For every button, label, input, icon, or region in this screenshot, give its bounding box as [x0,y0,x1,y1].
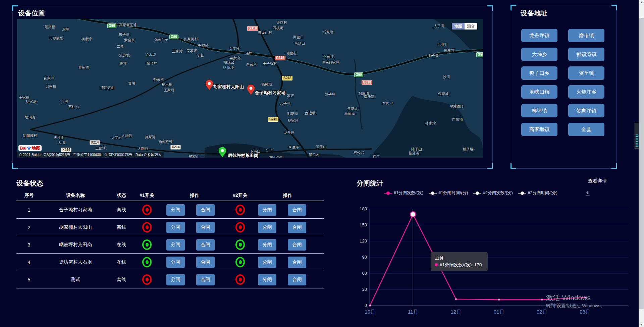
open-button[interactable]: 分闸 [166,239,185,251]
legend-item[interactable]: #2分闸时间/(分) [518,190,557,196]
map-place-label: 天鹅抱蛋 [49,36,63,41]
close-button[interactable]: 合闸 [196,222,215,233]
address-button[interactable]: 鸭子口乡 [521,66,557,80]
map-place-label: 石柱沟 [68,105,79,109]
map-place-label: 南山公园 [269,155,283,158]
close-button[interactable]: 合闸 [288,204,306,216]
map-place-label: 栋木岭 [224,60,235,65]
open-button[interactable]: 分闸 [258,239,276,251]
table-row: 5测试离线分闸合闸分闸合闸 [16,271,324,288]
device-address-panel: 设备地址 龙舟坪镇磨市镇大堰乡都镇湾镇鸭子口乡资丘镇渔峡口镇火烧坪乡榔坪镇贺家坪… [511,5,617,169]
address-button[interactable]: 贺家坪镇 [568,104,604,117]
map-type-map[interactable]: 地图 [452,23,465,30]
windows-activation-watermark: 激活 Windows [546,293,591,303]
open-button[interactable]: 分闸 [166,274,185,285]
tooltip-month: 11月 [435,255,484,262]
legend-item[interactable]: #1分闸时间/(分) [429,190,468,196]
address-button[interactable]: 榔坪镇 [521,104,557,117]
map-place-label: 杨木桥 [162,83,172,87]
map-place-label: 火烧包 [121,133,132,138]
device-location-panel: 设备位置 笔架槽洞坪高家堰互通梅子溪紫金寨天鹅抱蛋胡家湾二墩张家台子彭家河村千家… [12,6,493,169]
close-button[interactable]: 合闸 [288,257,306,268]
scrollbar[interactable]: ▲ ▼ [639,0,644,327]
map-pin-green[interactable] [218,147,226,158]
address-button[interactable]: 高家堰镇 [521,123,557,136]
road-shield: S242 [282,76,292,80]
map-place-label: 官庄 [373,155,380,158]
map-place-label: 坨坨岩 [323,30,334,35]
open-button[interactable]: 分闸 [258,274,276,285]
address-button[interactable]: 龙舟坪镇 [521,29,557,42]
view-details-link[interactable]: 查看详情 [588,178,607,184]
map-type-hybrid[interactable]: 混合 [465,23,477,30]
close-button[interactable]: 合闸 [288,239,306,251]
address-button[interactable]: 渔峡口镇 [521,85,557,99]
open-button[interactable]: 分闸 [258,222,276,233]
close-button[interactable]: 合闸 [288,222,306,233]
address-button[interactable]: 资丘镇 [568,66,604,80]
map-place-label: 何家坪 [329,60,339,65]
open-button[interactable]: 分闸 [166,204,185,216]
scrollbar-up-arrow[interactable]: ▲ [639,1,644,4]
legend-item[interactable]: #1分闸次数/(次) [384,190,423,196]
address-button[interactable]: 全县 [568,123,604,136]
address-button[interactable]: 大堰乡 [521,48,557,61]
open-button[interactable]: 分闸 [258,204,276,216]
map-place-label: 路家坪 [444,48,455,53]
close-button[interactable]: 合闸 [288,274,306,285]
road-shield: G318 [362,80,372,85]
map-place-label: 大湾 [61,99,68,104]
road-shield: G318 [247,26,258,31]
map-place-label: 桃子垭 [463,147,474,152]
open-button[interactable]: 分闸 [258,257,276,268]
svg-text:30: 30 [362,287,367,292]
close-button[interactable]: 合闸 [196,204,215,216]
open-button[interactable]: 分闸 [166,257,185,268]
svg-text:180: 180 [360,206,367,211]
open-button[interactable]: 分闸 [166,222,185,233]
download-icon[interactable] [584,190,591,197]
map-place-label: 笔架槽 [45,25,55,30]
baidu-map[interactable]: 笔架槽洞坪高家堰互通梅子溪紫金寨天鹅抱蛋胡家湾二墩张家台子彭家河村千家岭王家湾罗… [17,19,483,158]
address-button[interactable]: 磨市镇 [568,29,604,42]
road-shield: G318 [275,56,285,60]
scrollbar-thumb[interactable] [639,18,644,309]
close-button[interactable]: 合闸 [196,239,215,251]
row-index: 3 [16,242,42,248]
svg-text:03月: 03月 [580,309,590,315]
map-place-label: 清江方山 [100,86,114,90]
map-place-label: 流沙坡 [119,53,130,58]
map-pin-red[interactable] [205,80,213,91]
address-button[interactable]: 都镇湾镇 [568,48,604,61]
device-status: 离线 [109,224,133,230]
scrollbar-down-arrow[interactable]: ▼ [639,323,644,326]
close-button[interactable]: 合闸 [196,274,215,285]
map-place-label: 官家冲 [44,76,54,81]
svg-text:12月: 12月 [451,309,462,315]
device-name: 胡家棚村太阳山 [42,224,109,230]
device-address-title: 设备地址 [521,9,547,18]
tooltip-series: #1分闸次数/(次): 170 [435,262,484,268]
map-place-label: 商岔口 [293,35,304,40]
map-place-label: 土地咀 [437,42,448,47]
map-place-label: 张家台子 [154,37,168,42]
map-place-label: 太阳包 [138,147,148,151]
map-place-label: 邱家山 [189,155,200,158]
device-name: 塘坊河村大石坝 [42,259,109,265]
switch-indicator-green [235,257,245,267]
chart-canvas[interactable]: 030609012015018010月11月12月01月02月03月 [349,205,634,317]
map-place-label: 吴家坡 [347,107,358,111]
map-pin-red[interactable] [247,85,255,95]
address-button[interactable]: 火烧坪乡 [568,85,604,99]
header-cell: 操作 [252,193,324,199]
switch-indicator-red [142,274,152,285]
map-place-label: 王家塝 [164,88,174,93]
legend-item[interactable]: #2分闸次数/(次) [473,190,513,196]
svg-text:120: 120 [360,238,367,243]
svg-text:0: 0 [365,303,367,308]
header-cell: #1开关 [133,193,160,199]
row-index: 4 [16,260,42,265]
corner-decoration [12,163,18,169]
close-button[interactable]: 合闸 [196,257,215,268]
map-place-label: 紫金寨 [124,38,135,43]
